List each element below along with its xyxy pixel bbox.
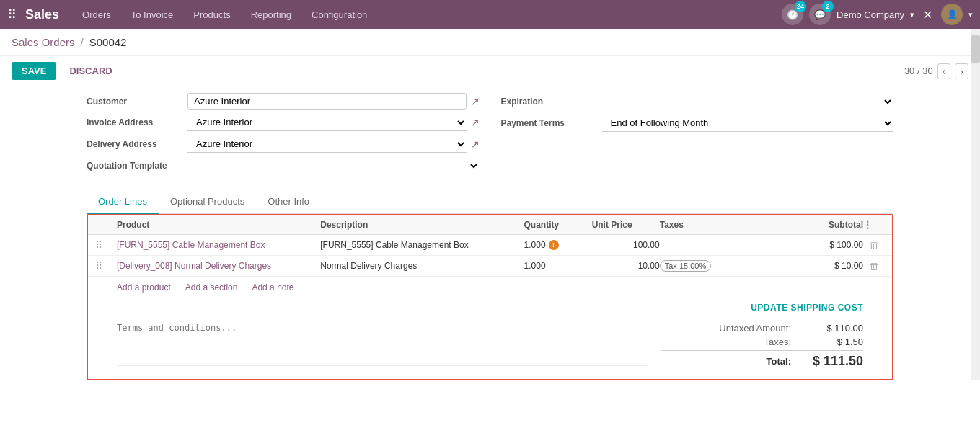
bottom-section: Untaxed Amount: $ 110.00 Taxes: $ 1.50 T… [88,317,892,379]
save-button[interactable]: SAVE [12,62,56,80]
description-1: [FURN_5555] Cable Management Box [320,240,524,250]
prev-record-button[interactable]: ‹ [937,63,951,79]
discard-button[interactable]: DISCARD [62,62,119,80]
app-name: Sales [25,7,59,22]
product-name-1[interactable]: [FURN_5555] Cable Management Box [117,240,320,250]
subtotal-2: $ 10.00 [762,261,863,271]
tab-optional-products[interactable]: Optional Products [159,190,256,214]
quotation-template-label: Quotation Template [87,161,187,171]
payment-terms-select[interactable]: End of Following Month [602,115,894,132]
scroll-thumb[interactable] [971,35,980,63]
nav-orders[interactable]: Orders [74,5,120,24]
nav-to-invoice[interactable]: To Invoice [123,5,182,24]
toolbar: SAVE DISCARD 30 / 30 ‹ › [0,56,980,86]
header-description: Description [320,220,524,230]
delete-row-2[interactable]: 🗑 [863,260,885,272]
quantity-info-icon[interactable]: ! [549,240,559,250]
form-grid: Customer ↗ Invoice Address Azure Interio… [87,93,893,179]
add-product-link[interactable]: Add a product [117,282,171,293]
customer-label: Customer [87,97,187,107]
taxes-label: Taxes: [697,336,791,347]
tab-order-lines[interactable]: Order Lines [87,190,159,214]
order-lines-section: Product Description Quantity Unit Price … [87,214,893,380]
quotation-template-value [187,157,480,174]
quotation-template-select[interactable] [187,157,480,174]
drag-handle-2[interactable]: ⠿ [95,260,117,272]
taxes-2: Tax 15.00% [660,261,762,271]
apps-icon[interactable]: ⠿ [7,6,17,22]
close-button[interactable]: ✕ [923,8,932,22]
subtotal-1: $ 100.00 [762,240,863,250]
delete-row-1[interactable]: 🗑 [863,239,885,251]
table-header: Product Description Quantity Unit Price … [88,215,892,235]
terms-area [117,323,647,372]
invoice-address-value: Azure Interior ↗ [187,114,480,131]
header-actions: ⋮ [863,220,885,230]
drag-handle[interactable]: ⠿ [95,239,117,251]
table-row: ⠿ [FURN_5555] Cable Management Box [FURN… [88,235,892,256]
header-drag [95,220,117,230]
invoice-address-field-row: Invoice Address Azure Interior ↗ [87,114,480,131]
customer-external-link[interactable]: ↗ [471,96,480,107]
invoice-address-select[interactable]: Azure Interior [187,114,467,131]
customer-value: ↗ [187,93,480,110]
invoice-address-external-link[interactable]: ↗ [471,117,480,128]
add-note-link[interactable]: Add a note [252,282,293,293]
company-name[interactable]: Demo Company [836,9,904,20]
next-record-button[interactable]: › [955,63,968,79]
delivery-address-label: Delivery Address [87,139,187,149]
invoice-address-label: Invoice Address [87,117,187,128]
scrollbar[interactable] [971,29,980,380]
expiration-field-row: Expiration [501,93,894,110]
add-section-link[interactable]: Add a section [185,282,238,293]
expiration-select[interactable] [602,93,894,110]
nav-configuration[interactable]: Configuration [303,5,376,24]
breadcrumb-parent[interactable]: Sales Orders [12,36,75,48]
quotation-template-field-row: Quotation Template [87,157,480,174]
nav-products[interactable]: Products [185,5,239,24]
description-2: Normal Delivery Charges [320,261,524,271]
header-quantity: Quantity [524,220,592,230]
company-dropdown-arrow[interactable]: ▾ [910,10,914,19]
expiration-value [602,93,894,110]
total-label: Total: [697,356,791,367]
taxes-row: Taxes: $ 1.50 [661,336,863,347]
nav-reporting[interactable]: Reporting [242,5,300,24]
delivery-address-value: Azure Interior ↗ [187,135,480,153]
nav-links: Orders To Invoice Products Reporting Con… [74,5,782,24]
total-divider [661,350,863,351]
form-section: Customer ↗ Invoice Address Azure Interio… [0,86,980,179]
untaxed-label: Untaxed Amount: [697,323,791,334]
customer-input[interactable] [187,93,467,110]
expiration-label: Expiration [501,97,602,107]
messages-button[interactable]: 💬 2 [809,4,831,25]
breadcrumb: Sales Orders / S00042 [0,29,980,56]
user-avatar[interactable]: 👤 [941,4,963,25]
totals-table: Untaxed Amount: $ 110.00 Taxes: $ 1.50 T… [661,323,863,372]
pagination: 30 / 30 ‹ › [904,63,968,79]
delivery-address-select[interactable]: Azure Interior [187,135,467,153]
quantity-1: 1.000 ! [524,240,592,250]
header-unit-price: Unit Price [592,220,660,230]
user-dropdown-arrow[interactable]: ▾ [968,10,973,19]
payment-terms-label: Payment Terms [501,118,602,128]
messages-badge: 2 [822,1,834,12]
nav-right: 🕐 24 💬 2 Demo Company ▾ ✕ 👤 ▾ [782,4,973,25]
customer-field-row: Customer ↗ [87,93,480,110]
breadcrumb-separator: / [81,36,84,48]
terms-input[interactable] [117,323,647,366]
pagination-label: 30 / 30 [904,66,933,76]
grand-total-row: Total: $ 111.50 [661,354,863,369]
update-shipping-button[interactable]: UPDATE SHIPPING COST [751,303,863,313]
breadcrumb-current: S00042 [89,36,127,48]
total-value: $ 111.50 [805,354,863,369]
activity-button[interactable]: 🕐 24 [782,4,803,25]
header-taxes: Taxes [660,220,762,230]
payment-terms-value: End of Following Month [602,115,894,132]
unit-price-1[interactable]: 100.00 [592,240,660,250]
tax-badge: Tax 15.00% [660,260,711,272]
product-name-2[interactable]: [Delivery_008] Normal Delivery Charges [117,261,320,271]
unit-price-2[interactable]: 10.00 [592,261,660,271]
tab-other-info[interactable]: Other Info [256,190,321,214]
delivery-address-external-link[interactable]: ↗ [471,138,480,150]
